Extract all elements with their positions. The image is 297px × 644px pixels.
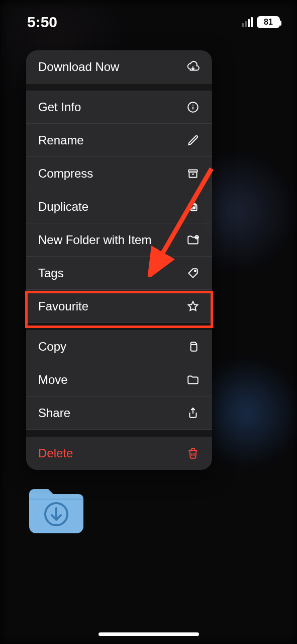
svg-rect-3 [189, 172, 196, 177]
status-right: 81 [242, 16, 280, 28]
menu-item-share[interactable]: Share [26, 396, 212, 430]
cellular-signal-icon [242, 17, 253, 27]
menu-item-get-info[interactable]: Get Info [26, 91, 212, 124]
menu-section-break [26, 430, 212, 437]
menu-section-break [26, 84, 212, 91]
menu-item-delete[interactable]: Delete [26, 437, 212, 470]
menu-item-label: Get Info [38, 100, 81, 114]
menu-item-label: Tags [38, 266, 64, 280]
archive-icon [186, 167, 200, 181]
menu-item-duplicate[interactable]: Duplicate [26, 190, 212, 223]
home-indicator[interactable] [98, 632, 199, 636]
folder-plus-icon [186, 233, 200, 247]
battery-icon: 81 [257, 16, 280, 28]
battery-percent: 81 [264, 18, 273, 27]
menu-item-label: Duplicate [38, 200, 88, 214]
svg-rect-8 [191, 344, 197, 351]
menu-section-break [26, 323, 212, 330]
menu-item-favourite[interactable]: Favourite [26, 290, 212, 323]
status-bar: 5:50 81 [0, 12, 297, 32]
menu-item-label: Delete [38, 446, 73, 460]
menu-item-move[interactable]: Move [26, 363, 212, 396]
cloud-download-icon [186, 60, 200, 74]
svg-point-7 [194, 270, 196, 272]
menu-item-copy[interactable]: Copy [26, 330, 212, 363]
svg-point-1 [192, 104, 193, 105]
menu-item-label: New Folder with Item [38, 233, 151, 247]
tag-icon [186, 266, 200, 280]
menu-item-label: Move [38, 373, 68, 387]
menu-item-compress[interactable]: Compress [26, 157, 212, 190]
info-icon [186, 100, 200, 114]
star-icon [186, 299, 200, 313]
menu-item-new-folder-with-item[interactable]: New Folder with Item [26, 223, 212, 257]
pencil-icon [186, 133, 200, 147]
context-menu: Download Now Get Info Rename Compress Du… [26, 50, 212, 470]
menu-item-label: Compress [38, 167, 93, 181]
menu-item-label: Share [38, 406, 70, 420]
menu-item-rename[interactable]: Rename [26, 124, 212, 157]
copy-icon [186, 340, 200, 354]
menu-item-label: Download Now [38, 60, 119, 74]
folder-icon [186, 373, 200, 387]
duplicate-icon [186, 200, 200, 214]
menu-item-label: Copy [38, 340, 66, 354]
trash-icon [186, 446, 200, 460]
share-icon [186, 406, 200, 420]
menu-item-label: Rename [38, 133, 84, 147]
menu-item-download-now[interactable]: Download Now [26, 50, 212, 84]
menu-item-tags[interactable]: Tags [26, 257, 212, 290]
downloads-folder-thumbnail[interactable] [26, 483, 86, 535]
menu-item-label: Favourite [38, 299, 88, 313]
status-time: 5:50 [27, 14, 57, 31]
